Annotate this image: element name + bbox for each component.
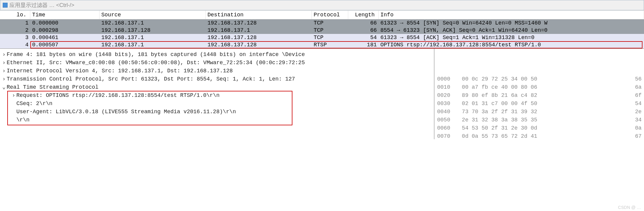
chevron-right-icon: › <box>1 75 7 83</box>
packet-list-pane: lo. Time Source Destination Protocol Len… <box>0 10 644 48</box>
cell-no: 2 <box>0 27 30 34</box>
hex-row[interactable]: 0010 00 a7 fb ce 40 00 80 066a <box>437 83 642 91</box>
cell-time: 0.000461 <box>30 34 99 41</box>
cell-len: 66 <box>348 19 379 27</box>
cell-info: 61323 → 8554 [ACK] Seq=1 Ack=1 Win=13132… <box>379 34 644 41</box>
hex-bytes: 02 01 31 c7 00 00 4f 50 <box>455 100 629 108</box>
hex-offset: 0060 <box>437 124 455 132</box>
packet-row[interactable]: 30.000461192.168.137.1192.168.137.128TCP… <box>0 34 644 41</box>
hex-ascii: 6f <box>629 91 642 100</box>
cell-no: 3 <box>0 34 30 41</box>
col-protocol[interactable]: Protocol <box>312 11 348 19</box>
display-filter-bar[interactable]: 应用显示过滤器 … <Ctrl-/> <box>0 0 644 10</box>
col-source[interactable]: Source <box>99 11 206 19</box>
col-info[interactable]: Info <box>379 11 644 19</box>
hex-offset: 0050 <box>437 116 455 124</box>
hex-row[interactable]: 0070 0d 0a 55 73 65 72 2d 4167 <box>437 132 642 139</box>
cell-len: 181 <box>348 41 379 48</box>
hex-ascii: 0a <box>629 124 642 132</box>
packet-list-header[interactable]: lo. Time Source Destination Protocol Len… <box>0 10 644 19</box>
hex-offset: 0030 <box>437 100 455 108</box>
cell-info: 8554 → 61323 [SYN, ACK] Seq=0 Ack=1 Win=… <box>379 27 644 34</box>
chevron-right-icon: › <box>1 59 7 67</box>
hex-row[interactable]: 0020 89 80 ef 8b 21 6a c4 826f <box>437 91 642 100</box>
lower-panes: ›Frame 4: 181 bytes on wire (1448 bits),… <box>0 48 644 139</box>
hex-row[interactable]: 0060 54 53 50 2f 31 2e 30 0d0a <box>437 124 642 132</box>
cell-src: 192.168.137.1 <box>99 19 206 27</box>
detail-request[interactable]: ›Request: OPTIONS rtsp://192.168.137.128… <box>1 91 433 100</box>
cell-dst: 192.168.137.1 <box>206 27 312 34</box>
hex-bytes: 89 80 ef 8b 21 6a c4 82 <box>455 91 629 100</box>
hex-offset: 0070 <box>437 132 455 139</box>
cell-time: 0.000298 <box>30 27 99 34</box>
packet-details-pane[interactable]: ›Frame 4: 181 bytes on wire (1448 bits),… <box>0 49 435 139</box>
cell-proto: TCP <box>312 19 348 27</box>
chevron-down-icon: ⌄ <box>1 83 7 91</box>
hex-offset: 0040 <box>437 108 455 116</box>
packet-row[interactable]: 20.000298192.168.137.128192.168.137.1TCP… <box>0 27 644 34</box>
packet-bytes-pane[interactable]: 0000 00 0c 29 72 25 34 00 50560010 00 a7… <box>435 49 644 139</box>
hex-bytes: 00 a7 fb ce 40 00 80 06 <box>455 83 629 91</box>
detail-ip[interactable]: ›Internet Protocol Version 4, Src: 192.1… <box>1 67 433 75</box>
col-length[interactable]: Length <box>348 11 379 19</box>
cell-dst: 192.168.137.128 <box>206 41 312 48</box>
detail-crlf[interactable]: \r\n <box>1 116 433 124</box>
hex-row[interactable]: 0050 2e 31 32 38 3a 38 35 3534 <box>437 116 642 124</box>
col-time[interactable]: Time <box>30 11 99 19</box>
cell-dst: 192.168.137.128 <box>206 19 312 27</box>
hex-row[interactable]: 0040 73 70 3a 2f 2f 31 39 322e <box>437 108 642 116</box>
cell-len: 66 <box>348 27 379 34</box>
hex-ascii: 2e <box>629 108 642 116</box>
cell-proto: RTSP <box>312 41 348 48</box>
packet-row[interactable]: 40.000507192.168.137.1192.168.137.128RTS… <box>0 41 644 48</box>
cell-len: 54 <box>348 34 379 41</box>
detail-rtsp[interactable]: ⌄Real Time Streaming Protocol <box>1 83 433 91</box>
hex-bytes: 73 70 3a 2f 2f 31 39 32 <box>455 108 629 116</box>
hex-bytes: 00 0c 29 72 25 34 00 50 <box>455 75 629 83</box>
hex-row[interactable]: 0000 00 0c 29 72 25 34 00 5056 <box>437 75 642 83</box>
detail-tcp[interactable]: ›Transmission Control Protocol, Src Port… <box>1 75 433 83</box>
cell-info: 61323 → 8554 [SYN] Seq=0 Win=64240 Len=0… <box>379 19 644 27</box>
hex-ascii: 34 <box>629 116 642 124</box>
cell-src: 192.168.137.1 <box>99 41 206 48</box>
cell-dst: 192.168.137.128 <box>206 34 312 41</box>
filter-icon <box>3 3 8 8</box>
hex-ascii: 54 <box>629 100 642 108</box>
cell-no: 4 <box>0 41 30 48</box>
hex-ascii: 56 <box>629 75 642 83</box>
detail-user-agent[interactable]: User-Agent: LibVLC/3.0.18 (LIVE555 Strea… <box>1 108 433 116</box>
filter-placeholder: 应用显示过滤器 … <Ctrl-/> <box>9 2 74 9</box>
cell-src: 192.168.137.128 <box>99 27 206 34</box>
cell-time: 0.000000 <box>30 19 99 27</box>
cell-no: 1 <box>0 19 30 27</box>
detail-ethernet[interactable]: ›Ethernet II, Src: VMware_c0:00:08 (00:5… <box>1 59 433 67</box>
hex-offset: 0000 <box>437 75 455 83</box>
col-destination[interactable]: Destination <box>206 11 312 19</box>
detail-cseq[interactable]: CSeq: 2\r\n <box>1 100 433 108</box>
cell-proto: TCP <box>312 34 348 41</box>
hex-offset: 0010 <box>437 83 455 91</box>
hex-bytes: 0d 0a 55 73 65 72 2d 41 <box>455 132 629 139</box>
chevron-right-icon: › <box>1 51 7 59</box>
hex-bytes: 2e 31 32 38 3a 38 35 35 <box>455 116 629 124</box>
chevron-right-icon: › <box>11 91 16 100</box>
cell-info: OPTIONS rtsp://192.168.137.128:8554/test… <box>379 41 644 48</box>
hex-bytes: 54 53 50 2f 31 2e 30 0d <box>455 124 629 132</box>
chevron-right-icon: › <box>1 67 7 75</box>
hex-ascii: 67 <box>629 132 642 139</box>
hex-offset: 0020 <box>437 91 455 100</box>
cell-time: 0.000507 <box>30 41 99 48</box>
hex-row[interactable]: 0030 02 01 31 c7 00 00 4f 5054 <box>437 100 642 108</box>
packet-row[interactable]: 10.000000192.168.137.1192.168.137.128TCP… <box>0 19 644 27</box>
col-no[interactable]: lo. <box>0 11 30 19</box>
cell-src: 192.168.137.1 <box>99 34 206 41</box>
cell-proto: TCP <box>312 27 348 34</box>
packet-list-body: 10.000000192.168.137.1192.168.137.128TCP… <box>0 19 644 48</box>
hex-ascii: 6a <box>629 83 642 91</box>
detail-frame[interactable]: ›Frame 4: 181 bytes on wire (1448 bits),… <box>1 51 433 59</box>
